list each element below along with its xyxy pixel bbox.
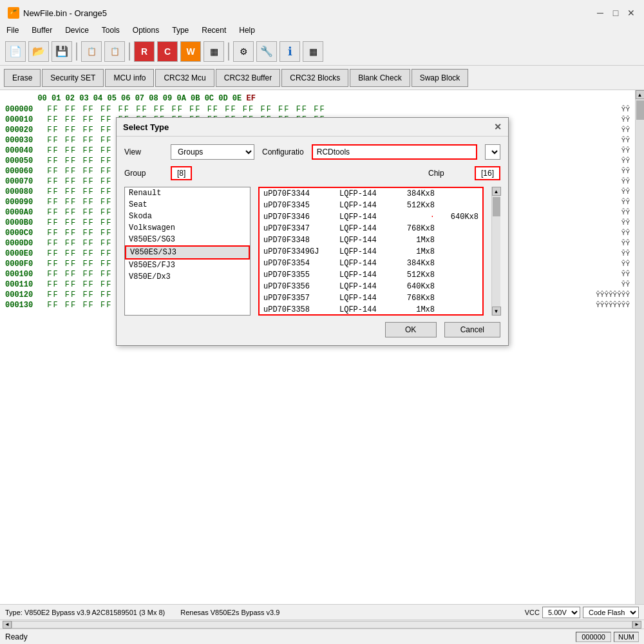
view-label: View [124, 147, 163, 156]
ok-button[interactable]: OK [385, 322, 437, 337]
chip-list-section: uPD70F3344LQFP-144384Kx8 uPD70F3345LQFP-… [258, 187, 484, 316]
menu-recent[interactable]: Recent [200, 26, 227, 35]
vcc-section: VCC 5.00V Code Flash [525, 607, 639, 618]
menu-file[interactable]: File [5, 26, 20, 35]
menu-tools[interactable]: Tools [100, 26, 121, 35]
crc32-buffer-button[interactable]: CRC32 Buffer [216, 69, 280, 87]
crc32-mcu-button[interactable]: CRC32 Mcu [155, 69, 214, 87]
dialog-title-bar: Select Type ✕ [117, 118, 508, 137]
dialog-close-button[interactable]: ✕ [494, 122, 502, 132]
chip-item[interactable]: uPD70F3355LQFP-144512Kx8 [260, 269, 482, 281]
scroll-thumb[interactable] [636, 100, 644, 120]
main-content: 00 01 02 03 04 05 06 07 08 09 0A 0B 0C 0… [0, 90, 644, 604]
chip-scroll-up[interactable]: ▲ [492, 187, 501, 196]
chip-scrollbar[interactable]: ▲ ▼ [491, 187, 500, 316]
group-list-section: Renault Seat Skoda Volkswagen V850ES/SG3… [124, 187, 251, 316]
chip-label: Chip [428, 169, 467, 178]
chip-item[interactable]: uPD70F3356LQFP-144640Kx8 [260, 281, 482, 292]
list-item[interactable]: V850ES/FJ3 [125, 260, 250, 271]
chip-item[interactable]: uPD70F3349GJLQFP-1441Mx8 [260, 246, 482, 258]
chip-item[interactable]: uPD70F3348LQFP-1441Mx8 [260, 234, 482, 246]
maximize-button[interactable]: □ [611, 8, 621, 18]
list-item[interactable]: Volkswagen [125, 222, 250, 234]
toolbar-sep1 [76, 43, 77, 61]
chip-item[interactable]: uPD70F3354LQFP-144384Kx8 [260, 258, 482, 269]
swap-block-button[interactable]: Swap Block [412, 69, 469, 87]
chip-scroll-thumb[interactable] [493, 197, 500, 216]
mcu-info-button[interactable]: MCU info [105, 69, 154, 87]
vertical-scrollbar[interactable]: ▲ [635, 90, 644, 604]
chip-item[interactable]: uPD70F3346LQFP-144·640Kx8 [260, 211, 482, 223]
save-button[interactable]: 💾 [52, 41, 72, 62]
list-item[interactable]: Seat [125, 199, 250, 211]
horizontal-track [12, 621, 632, 629]
config-input[interactable] [312, 144, 477, 160]
hex-header: 00 01 02 03 04 05 06 07 08 09 0A 0B 0C 0… [3, 93, 632, 104]
crc32-blocks-button[interactable]: CRC32 Blocks [281, 69, 348, 87]
window-title: NewFile.bin - Orange5 [23, 8, 107, 18]
menu-help[interactable]: Help [238, 26, 256, 35]
scroll-left-arrow[interactable]: ◄ [3, 621, 12, 629]
list-item[interactable]: Renault [125, 187, 250, 199]
scroll-up-arrow[interactable]: ▲ [636, 90, 645, 99]
chip-count: [16] [475, 166, 500, 180]
list-item[interactable]: Skoda [125, 211, 250, 222]
action-bar: Erase Security SET MCU info CRC32 Mcu CR… [0, 66, 644, 90]
w-button[interactable]: W [180, 41, 201, 62]
list-item[interactable]: V850E/Dx3 [125, 271, 250, 283]
title-bar-left: 🍊 NewFile.bin - Orange5 [8, 7, 107, 19]
dialog-buttons: OK Cancel [124, 322, 500, 337]
menu-type[interactable]: Type [171, 26, 190, 35]
scroll-right-arrow[interactable]: ► [632, 621, 641, 629]
menu-device[interactable]: Device [64, 26, 90, 35]
list-item[interactable]: V850ES/SG3 [125, 234, 250, 245]
chip-item[interactable]: uPD70F3358LQFP-1441Mx8 [260, 304, 482, 316]
group-listbox[interactable]: Renault Seat Skoda Volkswagen V850ES/SG3… [124, 187, 251, 316]
tools-button[interactable]: 🔧 [256, 41, 277, 62]
info-button[interactable]: ℹ [279, 41, 300, 62]
vcc-dropdown[interactable]: 5.00V [542, 607, 580, 618]
title-controls: ─ □ ✕ [595, 8, 636, 18]
chip-item[interactable]: uPD70F3347LQFP-144768Kx8 [260, 223, 482, 234]
vcc-label: VCC [525, 609, 540, 616]
chip-item[interactable]: uPD70F3344LQFP-144384Kx8 [260, 188, 482, 200]
group-count: [8] [171, 166, 192, 180]
minimize-button[interactable]: ─ [595, 8, 605, 18]
copy-button2[interactable]: 📋 [104, 41, 125, 62]
chip-item[interactable]: uPD70F3357LQFP-144768Kx8 [260, 292, 482, 304]
config-button[interactable]: ⚙ [233, 41, 254, 62]
group-label: Group [124, 169, 163, 178]
chip-listbox[interactable]: uPD70F3344LQFP-144384Kx8 uPD70F3345LQFP-… [258, 187, 484, 316]
copy-button1[interactable]: 📋 [81, 41, 102, 62]
app-icon: 🍊 [8, 7, 19, 19]
cancel-button[interactable]: Cancel [444, 322, 500, 337]
status-bar: Type: V850E2 Bypass v3.9 A2C81589501 (3 … [0, 604, 644, 620]
erase-button[interactable]: Erase [4, 69, 41, 87]
lists-row: Renault Seat Skoda Volkswagen V850ES/SG3… [124, 187, 500, 316]
blank-check-button[interactable]: Blank Check [350, 69, 410, 87]
chip-item[interactable]: uPD70F3345LQFP-144512Kx8 [260, 200, 482, 211]
view-config-row: View Groups Configuratio [124, 144, 500, 160]
security-set-button[interactable]: Security SET [42, 69, 104, 87]
grid-button2[interactable]: ▦ [303, 41, 323, 62]
close-button[interactable]: ✕ [626, 8, 636, 18]
menu-options[interactable]: Options [131, 26, 160, 35]
mode-dropdown[interactable]: Code Flash [583, 607, 639, 618]
c-button[interactable]: C [157, 41, 178, 62]
select-type-dialog: Select Type ✕ View Groups Configuratio [116, 117, 509, 346]
config-select[interactable] [485, 144, 500, 160]
list-item-selected[interactable]: V850ES/SJ3 [125, 245, 250, 260]
chip-scroll-down[interactable]: ▼ [492, 307, 501, 316]
num-indicator: NUM [614, 632, 639, 642]
new-button[interactable]: 📄 [5, 41, 26, 62]
open-button[interactable]: 📂 [28, 41, 49, 62]
grid-button1[interactable]: ▦ [204, 41, 224, 62]
toolbar-sep3 [228, 43, 229, 61]
main-window: 🍊 NewFile.bin - Orange5 ─ □ ✕ File Buffe… [0, 0, 644, 644]
view-select[interactable]: Groups [171, 144, 254, 160]
hex-row: 000000 FF FF FF FF FF FF FF FF FF FF FF … [3, 104, 632, 115]
toolbar: 📄 📂 💾 📋 📋 R C W ▦ ⚙ 🔧 ℹ ▦ [0, 37, 644, 66]
toolbar-sep2 [129, 43, 130, 61]
r-button[interactable]: R [134, 41, 155, 62]
menu-buffer[interactable]: Buffer [30, 26, 53, 35]
